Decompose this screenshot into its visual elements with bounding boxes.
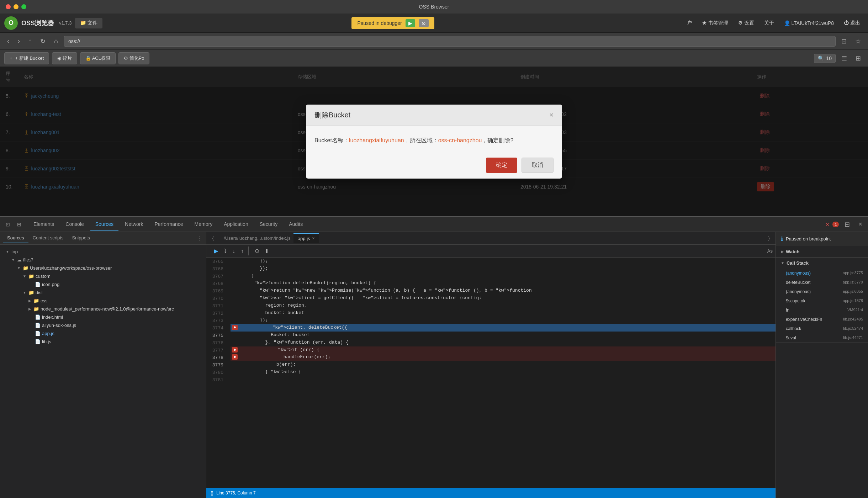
tree-item-top[interactable]: ▼ top (0, 248, 206, 256)
call-stack-item[interactable]: deleteBucketapp.js:3770 (776, 278, 868, 287)
code-line[interactable]: ● "kw">if (err) { (231, 346, 776, 354)
code-line[interactable]: ● "kw">client. deleteBucket({ (231, 324, 776, 332)
fragment-button[interactable]: ◉ 碎片 (52, 52, 77, 64)
back-button[interactable]: ‹ (4, 36, 12, 46)
debug-pause-icon[interactable]: ⏸ (263, 247, 272, 255)
call-stack-item[interactable]: expensiveCheckFnlib.js:42495 (776, 315, 868, 324)
code-line[interactable]: region: region, (231, 302, 776, 309)
tab-security[interactable]: Security (255, 218, 283, 231)
devtools-close-button[interactable]: × (856, 219, 865, 229)
call-stack-item[interactable]: $evallib.js:44271 (776, 333, 868, 343)
address-bar[interactable] (64, 36, 836, 47)
tree-item-index-html[interactable]: 📄 index.html (0, 313, 206, 321)
tree-item-css[interactable]: ▶ 📁 css (0, 297, 206, 305)
tab-performance[interactable]: Performance (149, 218, 188, 231)
code-line[interactable]: }); (231, 317, 776, 324)
tree-item-aliyun-sdk[interactable]: 📄 aliyun-sdk-oss.js (0, 321, 206, 329)
watch-header[interactable]: ▶ Watch (776, 246, 868, 257)
tree-item-file[interactable]: ▼ ☁ file:// (0, 256, 206, 264)
tree-item-custom[interactable]: ▼ 📁 custom (0, 272, 206, 280)
confirm-button[interactable]: 确定 (486, 158, 517, 173)
call-stack-item[interactable]: $scope.okapp.js:1878 (776, 296, 868, 306)
code-lines[interactable]: }); }); } "kw">function deleteBucket(reg… (228, 258, 776, 488)
nav-user[interactable]: 户 (683, 18, 695, 28)
code-line[interactable]: Bucket: bucket (231, 332, 776, 339)
window-controls (6, 4, 26, 9)
up-button[interactable]: ↑ (26, 36, 35, 46)
call-stack-item[interactable]: (anonymous)app.js:3775 (776, 269, 868, 278)
sub-tab-content-scripts[interactable]: Content scripts (28, 233, 68, 243)
file-breadcrumb: /Users/luozhang...ustom/index.js (221, 233, 293, 243)
call-stack-header[interactable]: ▼ Call Stack (776, 258, 868, 269)
code-line[interactable]: ● handleError(err); (231, 354, 776, 361)
devtools-inspect-button[interactable]: ⊡ (3, 220, 13, 229)
home-button[interactable]: ⌂ (51, 36, 61, 46)
tree-item-node-modules[interactable]: ▶ 📁 node_modules/_performance-now@2.1.0@… (0, 305, 206, 313)
code-line[interactable]: "kw">function deleteBucket(region, bucke… (231, 280, 776, 287)
code-line[interactable]: b(err); (231, 361, 776, 369)
tree-item-icon-png[interactable]: 📄 icon.png (0, 280, 206, 288)
tree-item-lib-js[interactable]: 📄 lib.js (0, 338, 206, 346)
code-line[interactable]: bucket: bucket (231, 309, 776, 317)
debug-breakpoints-icon[interactable]: ⊙ (253, 247, 261, 255)
code-line[interactable]: }); (231, 258, 776, 265)
tree-item-workspace[interactable]: ▼ 📁 Users/luozhang/workspace/oss-browser (0, 264, 206, 272)
nav-settings[interactable]: ⚙ 设置 (735, 18, 758, 28)
nav-logout[interactable]: ⏻ 退出 (840, 18, 864, 28)
debugger-resume-button[interactable]: ▶ (406, 19, 415, 27)
call-stack-item[interactable]: (anonymous)app.js:6055 (776, 287, 868, 296)
refresh-button[interactable]: ↻ (37, 36, 48, 47)
code-line[interactable]: }, "kw">function (err, data) { (231, 339, 776, 346)
debug-step-into-icon[interactable]: ↓ (231, 247, 237, 255)
debug-step-out-icon[interactable]: ↑ (239, 247, 245, 255)
file-menu-button[interactable]: 📁 文件 (75, 18, 102, 28)
grid-view-button[interactable]: ⊞ (853, 53, 864, 64)
debug-step-over-icon[interactable]: ⤵ (222, 247, 228, 255)
close-window-button[interactable] (6, 4, 11, 9)
code-line[interactable]: }); (231, 265, 776, 272)
bookmark-button[interactable]: ⊡ (838, 36, 850, 47)
call-stack-name: $scope.ok (786, 298, 805, 303)
devtools-responsive-button[interactable]: ⊟ (14, 220, 24, 229)
nav-about[interactable]: 关于 (761, 18, 778, 28)
simplify-button[interactable]: ⚙ 简化Po (118, 52, 150, 64)
line-number: 3775 (206, 332, 223, 340)
code-line[interactable]: "kw">return "kw">new "kw">Promise("kw">f… (231, 287, 776, 295)
sub-tab-snippets[interactable]: Snippets (68, 233, 94, 243)
tab-elements[interactable]: Elements (28, 218, 59, 231)
nav-account[interactable]: 👤 LTAIUkTr4f21wuP8 (780, 18, 837, 28)
acl-button[interactable]: 🔒 ACL权限 (80, 52, 116, 64)
forward-button[interactable]: › (15, 36, 23, 46)
star-button[interactable]: ☆ (852, 36, 864, 47)
tab-console[interactable]: Console (60, 218, 89, 231)
code-back-button[interactable]: ⟨ (209, 234, 217, 243)
tab-audits[interactable]: Audits (284, 218, 308, 231)
nav-bookmarks[interactable]: ★ 书签管理 (698, 18, 732, 28)
tab-network[interactable]: Network (120, 218, 148, 231)
close-tab-icon[interactable]: × (312, 236, 315, 241)
new-bucket-button[interactable]: + + 新建 Bucket (4, 52, 49, 64)
tab-memory[interactable]: Memory (190, 218, 218, 231)
code-line[interactable]: } "kw">else { (231, 369, 776, 376)
tab-sources[interactable]: Sources (90, 218, 118, 231)
devtools-dock-button[interactable]: ⊟ (842, 219, 853, 230)
code-nav-right-button[interactable]: ⟩ (765, 234, 773, 243)
maximize-window-button[interactable] (21, 4, 26, 9)
tree-item-app-js[interactable]: 📄 app.js (0, 329, 206, 338)
call-stack-section: ▼ Call Stack (anonymous)app.js:3775delet… (776, 258, 868, 343)
list-view-button[interactable]: ☰ (838, 53, 850, 64)
minimize-window-button[interactable] (14, 4, 18, 9)
cancel-button[interactable]: 取消 (522, 158, 554, 173)
sub-tab-menu-icon[interactable]: ⋮ (197, 234, 203, 242)
call-stack-item[interactable]: callbacklib.js:52474 (776, 324, 868, 333)
call-stack-item[interactable]: fnVM921:4 (776, 306, 868, 315)
debugger-skip-button[interactable]: ⊘ (419, 19, 429, 27)
modal-close-button[interactable]: × (549, 111, 554, 119)
tab-application[interactable]: Application (219, 218, 253, 231)
code-tab-app-js[interactable]: app.js × (293, 233, 319, 243)
tree-item-dist[interactable]: ▼ 📁 dist (0, 288, 206, 297)
sub-tab-sources[interactable]: Sources (3, 233, 28, 243)
code-line[interactable]: } (231, 272, 776, 280)
code-line[interactable]: "kw">var "kw">client = getClient({ "kw">… (231, 295, 776, 302)
debug-continue-icon[interactable]: ▶ (212, 247, 220, 255)
